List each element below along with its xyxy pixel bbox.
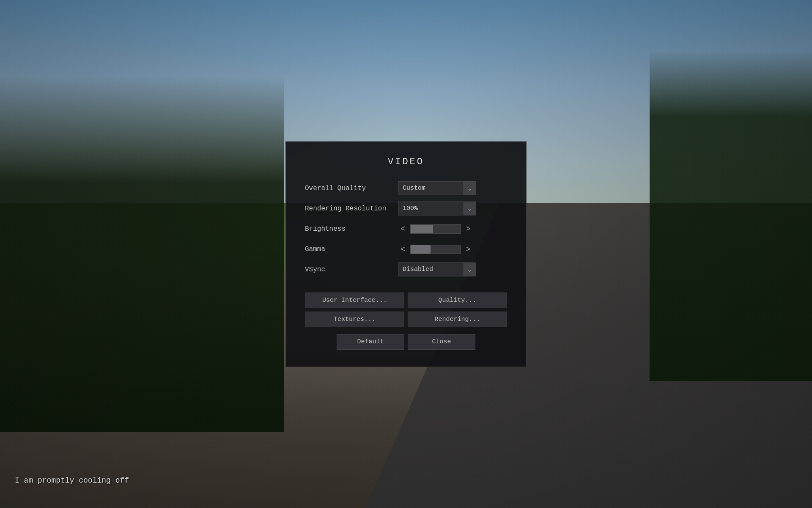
- gamma-right-arrow[interactable]: >: [464, 244, 473, 254]
- sub-buttons-row-1: User Interface... Quality...: [305, 293, 507, 308]
- dialog-title: VIDEO: [305, 157, 507, 167]
- textures-button[interactable]: Textures...: [305, 312, 404, 327]
- rendering-resolution-value: 100%: [398, 202, 464, 215]
- sub-buttons-row-2: Textures... Rendering...: [305, 312, 507, 327]
- rendering-resolution-arrow[interactable]: ⌄: [464, 202, 476, 215]
- user-interface-button[interactable]: User Interface...: [305, 293, 404, 308]
- overall-quality-dropdown[interactable]: Custom ⌄: [398, 181, 476, 195]
- overall-quality-value: Custom: [398, 182, 464, 195]
- dialog-overlay: VIDEO Overall Quality Custom ⌄ Rendering…: [0, 0, 812, 508]
- rendering-resolution-label: Rendering Resolution: [305, 205, 398, 213]
- brightness-slider-track[interactable]: [410, 224, 461, 234]
- brightness-control: < >: [398, 224, 507, 234]
- gamma-slider-fill: [411, 245, 431, 254]
- rendering-resolution-control: 100% ⌄: [398, 202, 507, 215]
- vsync-row: VSync Disabled ⌄: [305, 261, 507, 278]
- brightness-right-arrow[interactable]: >: [464, 224, 473, 234]
- brightness-label: Brightness: [305, 225, 398, 233]
- brightness-left-arrow[interactable]: <: [398, 224, 408, 234]
- overall-quality-label: Overall Quality: [305, 185, 398, 192]
- default-button[interactable]: Default: [337, 334, 404, 350]
- overall-quality-row: Overall Quality Custom ⌄: [305, 180, 507, 197]
- gamma-slider-row: < >: [398, 244, 473, 254]
- gamma-row: Gamma < >: [305, 241, 507, 258]
- sub-buttons-section: User Interface... Quality... Textures...…: [305, 293, 507, 327]
- vsync-dropdown[interactable]: Disabled ⌄: [398, 262, 476, 276]
- gamma-slider-track[interactable]: [410, 245, 461, 254]
- video-settings-dialog: VIDEO Overall Quality Custom ⌄ Rendering…: [285, 141, 527, 367]
- gamma-left-arrow[interactable]: <: [398, 244, 408, 254]
- rendering-resolution-row: Rendering Resolution 100% ⌄: [305, 200, 507, 217]
- overall-quality-control: Custom ⌄: [398, 181, 507, 195]
- quality-button[interactable]: Quality...: [408, 293, 507, 308]
- brightness-slider-row: < >: [398, 224, 473, 234]
- brightness-slider-fill: [411, 225, 433, 233]
- vsync-control: Disabled ⌄: [398, 262, 507, 276]
- gamma-label: Gamma: [305, 246, 398, 253]
- bottom-buttons: Default Close: [305, 334, 507, 350]
- rendering-resolution-dropdown[interactable]: 100% ⌄: [398, 202, 476, 215]
- vsync-arrow[interactable]: ⌄: [464, 263, 476, 276]
- vsync-label: VSync: [305, 266, 398, 273]
- brightness-row: Brightness < >: [305, 221, 507, 237]
- gamma-control: < >: [398, 244, 507, 254]
- overall-quality-arrow[interactable]: ⌄: [464, 182, 476, 195]
- vsync-value: Disabled: [398, 263, 464, 276]
- rendering-button[interactable]: Rendering...: [408, 312, 507, 327]
- close-button[interactable]: Close: [408, 334, 475, 350]
- separator: [305, 282, 507, 285]
